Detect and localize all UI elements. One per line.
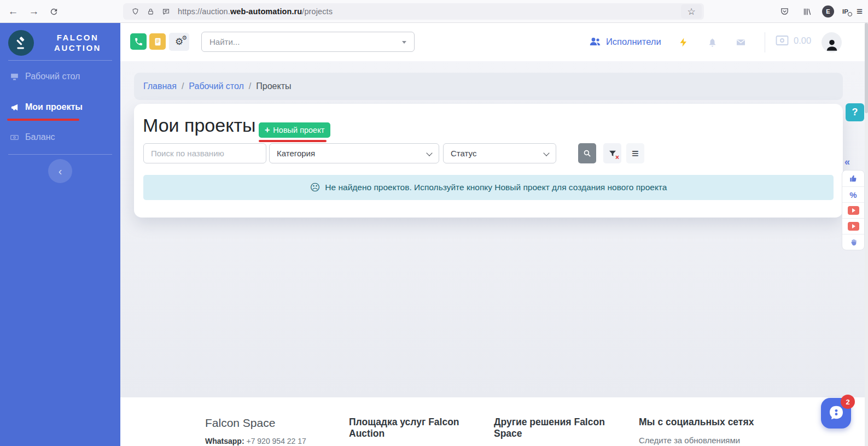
back-icon: ← — [8, 5, 19, 17]
sidebar: FALCON AUCTION Рабочий стол Мои проекты … — [0, 23, 120, 446]
breadcrumb-link-home[interactable]: Главная — [143, 81, 177, 91]
browser-menu-button[interactable]: ≡ — [857, 5, 863, 17]
balance-display[interactable]: 0.00 — [776, 35, 811, 46]
permissions-icon[interactable] — [158, 4, 173, 19]
list-icon: ≡ — [632, 146, 639, 161]
breadcrumb-current: Проекты — [256, 81, 291, 91]
quick-panel: % — [842, 170, 865, 250]
like-button[interactable] — [842, 171, 864, 186]
video-button-2[interactable] — [842, 218, 864, 234]
page-content: Главная / Рабочий стол / Проекты Мои про… — [120, 61, 868, 397]
footer-col-services-title: Площадка услуг Falcon Auction — [349, 416, 472, 439]
performers-link[interactable]: Исполнители — [589, 35, 661, 48]
balance-amount: 0.00 — [794, 36, 811, 46]
notifications-button[interactable] — [706, 36, 719, 49]
sidebar-divider-bottom — [8, 154, 112, 155]
sidebar-collapse-button[interactable]: ‹ — [48, 159, 72, 183]
footer-col-social-title: Мы с социальных сетях — [639, 416, 762, 428]
phone-button[interactable] — [130, 33, 147, 50]
person-icon — [825, 37, 839, 52]
reset-filter-button[interactable]: × — [603, 143, 621, 163]
library-icon[interactable] — [800, 4, 814, 19]
scrollbar-track[interactable] — [865, 23, 868, 446]
help-button[interactable]: ? — [846, 103, 864, 121]
extension-ip-label: IP — [842, 8, 848, 15]
url-bar[interactable]: https://auction.web-automation.ru/projec… — [123, 3, 704, 20]
banknote-icon — [10, 133, 19, 142]
url-path: /projects — [302, 7, 333, 16]
hand-button[interactable] — [842, 234, 864, 250]
name-search-input[interactable] — [143, 143, 266, 163]
projects-card: Мои проекты + Новый проект Категория Ста… — [134, 104, 843, 218]
user-avatar-button[interactable] — [822, 32, 842, 52]
global-search-placeholder: Найти... — [209, 37, 240, 46]
question-icon: ? — [852, 107, 858, 118]
double-chevron-icon: « — [844, 156, 849, 167]
performers-label: Исполнители — [606, 37, 661, 47]
extension-e-label: E — [826, 8, 830, 15]
quick-actions-button[interactable] — [677, 36, 690, 49]
brand-line2: AUCTION — [43, 43, 113, 53]
sad-face-icon: ☹ — [310, 181, 321, 193]
extension-ip-icon[interactable]: IP — [842, 8, 848, 15]
status-select[interactable]: Статус — [443, 143, 556, 163]
sidebar-item-projects[interactable]: Мои проекты — [10, 99, 83, 115]
global-search-select[interactable]: Найти... — [201, 32, 415, 52]
lock-icon[interactable] — [143, 4, 158, 19]
messages-button[interactable] — [734, 36, 747, 49]
video-button-1[interactable] — [842, 202, 864, 218]
lightning-icon — [678, 37, 689, 48]
browser-back-button[interactable]: ← — [4, 3, 22, 20]
panel-collapse-button[interactable]: « — [844, 156, 849, 168]
settings-button[interactable]: ⚙⚙ — [169, 33, 189, 51]
search-button[interactable] — [578, 143, 596, 163]
tutorial-underline-sidebar — [7, 119, 79, 121]
scrollbar-thumb[interactable] — [865, 23, 868, 113]
chevron-left-icon: ‹ — [59, 165, 62, 178]
extension-e-icon[interactable]: E — [822, 5, 834, 17]
pocket-icon[interactable] — [777, 4, 791, 19]
url-prefix: https://auction. — [178, 7, 230, 16]
users-icon — [589, 35, 602, 48]
sidebar-item-label: Баланс — [25, 132, 55, 142]
desktop-icon — [10, 72, 19, 81]
brand-name[interactable]: FALCON AUCTION — [43, 32, 113, 53]
forward-icon: → — [29, 5, 39, 17]
sidebar-item-desktop[interactable]: Рабочий стол — [10, 69, 80, 84]
new-project-button[interactable]: + Новый проект — [259, 122, 330, 138]
app-logo[interactable] — [8, 30, 34, 56]
filter-x-icon: × — [615, 154, 619, 161]
browser-forward-button[interactable]: → — [25, 3, 43, 20]
breadcrumb: Главная / Рабочий стол / Проекты — [134, 73, 843, 100]
document-button[interactable] — [149, 33, 166, 50]
url-text: https://auction.web-automation.ru/projec… — [178, 7, 333, 16]
bookmark-button[interactable]: ☆ — [681, 4, 702, 19]
footer-social-subtitle: Следите за обновлениями — [639, 436, 740, 445]
chevron-down-icon — [543, 150, 549, 156]
filters-row: Категория Статус × ≡ — [134, 143, 843, 163]
category-select[interactable]: Категория — [269, 143, 439, 163]
hand-icon — [849, 238, 858, 247]
phone-icon — [134, 37, 143, 46]
status-select-value: Статус — [451, 149, 476, 158]
shield-icon[interactable] — [127, 4, 143, 19]
sidebar-item-label: Мои проекты — [25, 102, 83, 112]
breadcrumb-separator: / — [182, 81, 184, 91]
sidebar-item-balance[interactable]: Баланс — [10, 130, 55, 145]
breadcrumb-separator: / — [249, 81, 251, 91]
gavel-icon — [14, 36, 28, 50]
footer-whatsapp: Whatsapp: +7 920 954 22 17 — [205, 437, 306, 445]
money-icon — [776, 35, 789, 46]
document-icon — [153, 37, 162, 46]
megaphone-icon — [10, 103, 19, 112]
percent-button[interactable]: % — [842, 186, 864, 202]
envelope-icon — [736, 37, 746, 48]
view-menu-button[interactable]: ≡ — [626, 143, 644, 163]
empty-projects-message: Не найдено проектов. Используйте кнопку … — [325, 183, 667, 192]
breadcrumb-link-desktop[interactable]: Рабочий стол — [189, 81, 243, 91]
browser-reload-button[interactable] — [45, 3, 62, 20]
footer-brand: Falcon Space — [205, 416, 275, 430]
app-topbar: ⚙⚙ Найти... Исполнители 0.00 — [120, 23, 868, 61]
chat-badge: 2 — [841, 395, 855, 409]
search-icon — [582, 149, 592, 158]
